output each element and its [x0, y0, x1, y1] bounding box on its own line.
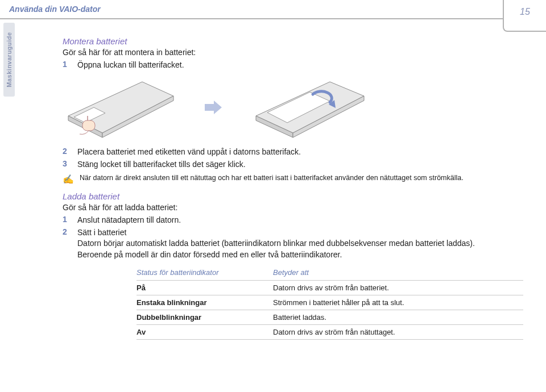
table-row: Enstaka blinkningar Strömmen i batteriet… — [136, 295, 523, 310]
note-row: ✍ När datorn är direkt ansluten till ett… — [63, 173, 523, 185]
charge-intro: Gör så här för att ladda batteriet: — [63, 202, 523, 214]
charge-step-2: 2 Sätt i batteriet Datorn börjar automat… — [63, 227, 523, 261]
illustration-row — [63, 76, 523, 139]
mount-step-2: 2 Placera batteriet med etiketten vänd u… — [63, 147, 523, 158]
table-row: På Datorn drivs av ström från batteriet. — [136, 280, 523, 295]
table-row: Av Datorn drivs av ström från nätuttaget… — [136, 324, 523, 340]
cell-status: Enstaka blinkningar — [136, 298, 233, 307]
step-number: 2 — [63, 227, 69, 261]
note-text: När datorn är direkt ansluten till ett n… — [80, 173, 464, 185]
cell-status: Dubbelblinkningar — [136, 313, 233, 322]
battery-bay-illustration-1 — [63, 76, 176, 139]
svg-rect-4 — [82, 120, 95, 131]
mount-step-1: 1 Öppna luckan till batterifacket. — [63, 60, 523, 71]
charge-step-1: 1 Anslut nätadaptern till datorn. — [63, 215, 523, 226]
mount-step-3: 3 Stäng locket till batterifacket tills … — [63, 159, 523, 170]
battery-bay-illustration-2 — [250, 76, 370, 139]
step-number: 1 — [63, 60, 69, 71]
step-number: 3 — [63, 159, 69, 170]
main-content: Montera batteriet Gör så här för att mon… — [63, 36, 523, 340]
side-tab: Maskinvaruguide — [3, 23, 15, 97]
step-text: Anslut nätadaptern till datorn. — [77, 215, 181, 226]
page-header: Använda din VAIO-dator — [0, 0, 546, 19]
mount-intro: Gör så här för att montera in batteriet: — [63, 47, 523, 59]
step-text: Öppna luckan till batterifacket. — [77, 60, 184, 71]
cell-meaning: Datorn drivs av ström från batteriet. — [273, 283, 523, 292]
cell-status: Av — [136, 328, 233, 336]
side-tab-label: Maskinvaruguide — [6, 32, 13, 87]
mount-heading: Montera batteriet — [63, 36, 523, 46]
table-header-meaning: Betyder att — [273, 268, 309, 277]
cell-meaning: Batteriet laddas. — [273, 313, 523, 322]
step-detail: Beroende på modell är din dator försedd … — [77, 249, 475, 261]
cell-meaning: Strömmen i batteriet håller på att ta sl… — [273, 298, 523, 307]
indicator-table: Status för batteriindikator Betyder att … — [136, 268, 523, 340]
svg-marker-6 — [205, 101, 222, 114]
cell-status: På — [136, 283, 233, 292]
note-icon: ✍ — [63, 174, 74, 185]
step-text: Stäng locket till batterifacket tills de… — [77, 159, 246, 170]
table-header: Status för batteriindikator Betyder att — [136, 268, 523, 277]
charge-heading: Ladda batteriet — [63, 191, 523, 201]
step-text: Placera batteriet med etiketten vänd upp… — [77, 147, 301, 158]
table-header-status: Status för batteriindikator — [136, 268, 233, 277]
step-text: Sätt i batteriet — [77, 227, 475, 239]
header-title: Använda din VAIO-dator — [9, 5, 101, 14]
step-number: 1 — [63, 215, 69, 226]
arrow-right-icon — [205, 101, 222, 114]
page-number: 15 — [520, 7, 530, 17]
table-row: Dubbelblinkningar Batteriet laddas. — [136, 310, 523, 324]
page-number-box: 15 — [503, 0, 546, 32]
step-detail: Datorn börjar automatiskt ladda batterie… — [77, 238, 475, 249]
cell-meaning: Datorn drivs av ström från nätuttaget. — [273, 328, 523, 336]
step-number: 2 — [63, 147, 69, 158]
